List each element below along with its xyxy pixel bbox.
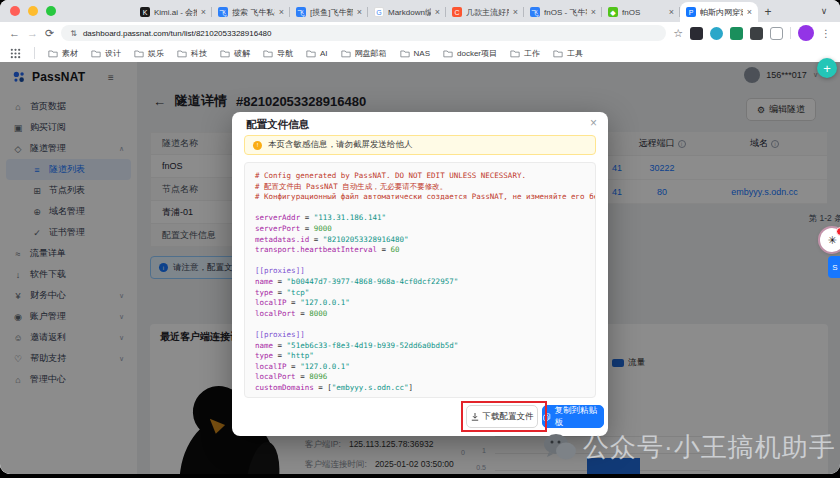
apps-grid-icon[interactable] (10, 48, 21, 59)
bookmark-label: NAS (414, 49, 430, 58)
browser-profile-avatar[interactable] (798, 25, 814, 41)
tab-favicon: P (686, 7, 696, 17)
reload-icon[interactable]: ⟳ (45, 28, 54, 39)
folder-icon (134, 49, 144, 58)
forward-icon[interactable]: → (27, 28, 38, 39)
copy-to-clipboard-button[interactable]: 复制到粘贴板 (542, 405, 604, 428)
sider-tab-button[interactable]: S (828, 256, 840, 278)
new-tab-button[interactable]: + (758, 2, 778, 22)
minimize-window-button[interactable] (28, 6, 38, 16)
folder-icon (400, 49, 410, 58)
modal-title: 配置文件信息 (246, 118, 309, 132)
extension-icon[interactable] (730, 27, 743, 40)
folder-icon (263, 49, 273, 58)
tab-favicon: K (140, 7, 150, 17)
floating-widget-button[interactable]: ✳ (820, 228, 840, 252)
tab-title: fnOS (622, 8, 665, 17)
red-annotation-box (461, 401, 547, 432)
tab-close-icon[interactable]: × (357, 7, 362, 17)
bookmark-folder[interactable]: docker项目 (443, 48, 497, 59)
browser-tab-8[interactable]: P帕斯内网穿透× (680, 2, 758, 22)
bookmark-folder[interactable]: 网盘邮箱 (341, 48, 387, 59)
browser-tab-3[interactable]: 飞[摸鱼]飞牛部署FRPC× (290, 2, 368, 22)
extension-icon[interactable] (690, 27, 703, 40)
site-info-icon[interactable]: ⇅ (70, 29, 77, 38)
folder-icon (48, 49, 58, 58)
browser-tab-4[interactable]: GMarkdown编辑器 - C× (368, 2, 446, 22)
url-bar[interactable]: ⇅ dashboard.passnat.com/tun/list/8210205… (61, 25, 666, 41)
bookmark-label: 娱乐 (148, 48, 164, 59)
bookmark-folder[interactable]: 破解 (220, 48, 250, 59)
bookmark-label: 破解 (234, 48, 250, 59)
folder-icon (306, 49, 316, 58)
bookmarks-bar: 素材设计娱乐科技破解导航AI网盘邮箱NASdocker项目工作工具 (0, 44, 840, 63)
close-icon[interactable]: × (590, 116, 597, 130)
tab-strip: KKimi.ai - 会推理解析×飞搜索 飞牛私有云论坛×飞[摸鱼]飞牛部署FR… (0, 0, 840, 22)
toolbar-divider (790, 27, 791, 39)
url-text: dashboard.passnat.com/tun/list/821020533… (83, 29, 272, 38)
tab-close-icon[interactable]: × (591, 7, 596, 17)
browser-tab-6[interactable]: 飞fnOS - 飞牛私有云fn× (524, 2, 602, 22)
tab-close-icon[interactable]: × (669, 7, 674, 17)
bookmark-label: docker项目 (457, 48, 497, 59)
bookmark-label: 网盘邮箱 (355, 48, 387, 59)
tab-favicon: C (452, 7, 462, 17)
bookmark-folder[interactable]: 导航 (263, 48, 293, 59)
bookmark-star-icon[interactable]: ☆ (673, 28, 683, 39)
config-code-block[interactable]: # Config generated by PassNAT. DO NOT ED… (244, 162, 596, 398)
close-window-button[interactable] (10, 6, 20, 16)
tab-close-icon[interactable]: × (435, 7, 440, 17)
tab-title: Markdown编辑器 - C (388, 7, 431, 18)
bookmark-folder[interactable]: 工具 (553, 48, 583, 59)
browser-tab-7[interactable]: ◆fnOS× (602, 2, 680, 22)
bookmark-label: 设计 (105, 48, 121, 59)
bookmark-label: AI (320, 49, 328, 58)
traffic-lights[interactable] (10, 0, 56, 22)
screen-record-plus-button[interactable]: + (817, 58, 837, 78)
back-icon[interactable]: ← (9, 28, 20, 39)
bookmark-folder[interactable]: NAS (400, 49, 430, 58)
folder-icon (341, 49, 351, 58)
bookmark-label: 工具 (567, 48, 583, 59)
tab-favicon: 飞 (218, 7, 228, 17)
tab-search-chevron-icon[interactable]: ∨ (816, 3, 832, 19)
browser-toolbar: ← → ⟳ ⇅ dashboard.passnat.com/tun/list/8… (0, 22, 840, 44)
tab-title: 搜索 飞牛私有云论坛 (232, 7, 275, 18)
bookmark-label: 导航 (277, 48, 293, 59)
bookmark-folder[interactable]: AI (306, 49, 328, 58)
folder-icon (510, 49, 520, 58)
tab-title: 几款主流好用的 Mark (466, 7, 509, 18)
extension-icon[interactable] (770, 27, 783, 40)
app-area: PassNAT ⌂首页数据▣购买订阅◇隧道管理∧≡隧道列表⊞节点列表⊕域名管理✓… (0, 62, 840, 474)
bookmark-folder[interactable]: 科技 (177, 48, 207, 59)
extension-icon[interactable] (710, 27, 723, 40)
tab-title: Kimi.ai - 会推理解析 (154, 7, 197, 18)
browser-menu-icon[interactable]: ⋮ (821, 28, 831, 39)
tab-close-icon[interactable]: × (747, 7, 752, 17)
browser-tab-5[interactable]: C几款主流好用的 Mark× (446, 2, 524, 22)
warning-icon: ! (253, 141, 262, 150)
tab-favicon: ◆ (608, 7, 618, 17)
sensitive-warning: ! 本页含敏感信息，请勿截屏发送给他人 (244, 135, 596, 155)
folder-icon (220, 49, 230, 58)
tab-favicon: G (374, 7, 384, 17)
folder-icon (443, 49, 453, 58)
bookmark-folder[interactable]: 娱乐 (134, 48, 164, 59)
bookmark-folder[interactable]: 工作 (510, 48, 540, 59)
browser-tab-1[interactable]: KKimi.ai - 会推理解析× (134, 2, 212, 22)
folder-icon (177, 49, 187, 58)
bookmark-label: 科技 (191, 48, 207, 59)
bookmark-folder[interactable]: 设计 (91, 48, 121, 59)
zoom-window-button[interactable] (46, 6, 56, 16)
browser-tab-2[interactable]: 飞搜索 飞牛私有云论坛× (212, 2, 290, 22)
bookmark-label: 素材 (62, 48, 78, 59)
tab-close-icon[interactable]: × (513, 7, 518, 17)
tab-close-icon[interactable]: × (201, 7, 206, 17)
tab-close-icon[interactable]: × (279, 7, 284, 17)
extension-icon[interactable] (750, 27, 763, 40)
tab-title: fnOS - 飞牛私有云fn (544, 7, 587, 18)
bookmark-folder[interactable]: 素材 (48, 48, 78, 59)
tab-favicon: 飞 (530, 7, 540, 17)
bookmark-label: 工作 (524, 48, 540, 59)
tab-title: 帕斯内网穿透 (700, 7, 743, 18)
